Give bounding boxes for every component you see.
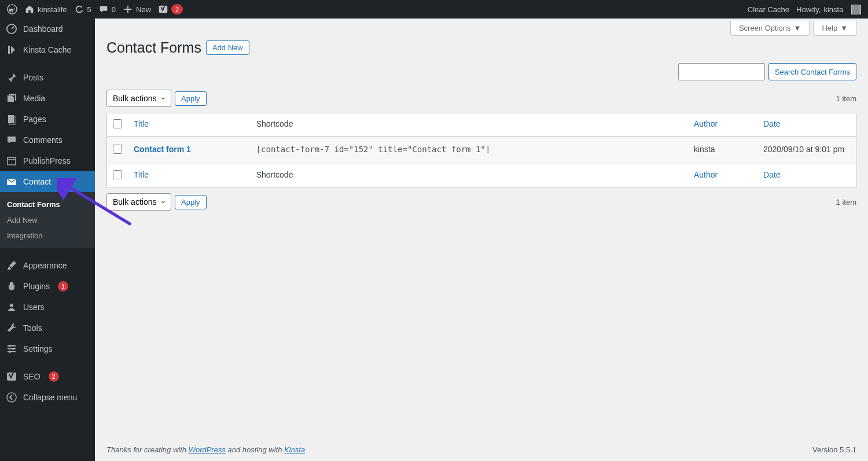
col-title[interactable]: Title [134,119,149,128]
sidebar-item-label: Appearance [23,261,67,270]
sidebar-item-label: Users [23,303,45,312]
sidebar-item-label: Posts [23,73,43,82]
kinsta-link[interactable]: Kinsta [284,445,305,454]
comment-icon [6,134,17,146]
bulk-actions-select-bottom[interactable]: Bulk actions [106,193,171,211]
sidebar-item-posts[interactable]: Posts [0,67,95,88]
sidebar-item-comments[interactable]: Comments [0,130,95,150]
mail-icon [6,176,17,187]
screen-options-tab[interactable]: Screen Options ▼ [730,21,810,36]
submenu-item-integration[interactable]: Integration [0,228,95,244]
row-date: 2020/09/10 at 9:01 pm [757,137,856,164]
yoast-icon [6,371,17,382]
search-input[interactable] [678,63,765,80]
sidebar-item-publishpress[interactable]: PublishPress [0,150,95,171]
col-date[interactable]: Date [763,119,781,128]
sidebar-item-label: Kinsta Cache [23,45,71,54]
sidebar-item-label: PublishPress [23,156,71,165]
dashboard-icon [6,23,17,35]
yoast-link[interactable]: 2 [158,4,183,14]
site-link[interactable]: kinstalife [24,4,67,14]
apply-button-top[interactable]: Apply [175,91,207,106]
table-row: Contact form 1 [contact-form-7 id="152" … [107,137,856,164]
sidebar-item-label: Pages [23,115,46,124]
updates-link[interactable]: 5 [74,4,91,14]
wordpress-link[interactable]: WordPress [189,445,226,454]
row-author: kinsta [688,137,757,164]
sidebar-item-settings[interactable]: Settings [0,338,95,359]
svg-point-14 [7,393,16,402]
row-checkbox[interactable] [113,145,122,154]
select-all-bottom[interactable] [113,170,122,179]
seo-badge: 2 [49,371,59,382]
sidebar-item-seo[interactable]: SEO2 [0,366,95,387]
collapse-icon [6,392,17,403]
wrench-icon [6,322,17,334]
wordpress-icon [7,4,17,14]
bulk-actions-select-top[interactable]: Bulk actions [106,90,171,107]
svg-point-9 [10,304,13,307]
comment-icon [98,4,109,14]
sidebar-item-pages[interactable]: Pages [0,109,95,130]
help-tab[interactable]: Help ▼ [813,21,856,36]
sidebar-item-plugins[interactable]: Plugins1 [0,276,95,297]
sidebar-item-collapse[interactable]: Collapse menu [0,387,95,408]
apply-button-bottom[interactable]: Apply [175,195,207,209]
updates-count: 5 [87,5,91,14]
row-title-link[interactable]: Contact form 1 [134,145,191,154]
col-author-bottom[interactable]: Author [694,170,718,179]
new-content[interactable]: New [123,4,151,14]
svg-rect-7 [8,157,16,165]
caret-down-icon: ▼ [840,24,848,32]
sidebar-item-users[interactable]: Users [0,297,95,318]
submenu-item-add-new[interactable]: Add New [0,212,95,228]
sidebar-item-tools[interactable]: Tools [0,318,95,338]
user-name: kinsta [823,5,843,14]
footer-credits: Thanks for creating with WordPress and h… [106,445,305,454]
admin-toolbar: kinstalife 5 0 New 2 Clear Cache Howdy, … [0,0,868,19]
kinsta-icon [6,44,17,56]
yoast-icon [158,4,168,14]
plus-icon [123,4,133,14]
pin-icon [6,72,17,83]
col-shortcode: Shortcode [251,113,688,137]
sidebar-item-appearance[interactable]: Appearance [0,255,95,276]
sidebar-item-label: Settings [23,344,53,353]
help-label: Help [822,24,837,32]
sidebar-item-label: Dashboard [23,24,63,34]
user-icon [6,301,17,313]
col-author[interactable]: Author [694,119,718,128]
select-all-top[interactable] [113,119,122,128]
wordpress-logo[interactable] [7,4,17,14]
user-menu[interactable]: Howdy, kinsta [796,5,861,14]
plug-icon [6,281,17,292]
sidebar-item-contact[interactable]: Contact [0,171,95,192]
brush-icon [6,260,17,271]
site-name: kinstalife [38,5,67,14]
sliders-icon [6,343,17,355]
main-content: Screen Options ▼ Help ▼ Contact Forms Ad… [95,19,868,461]
plugins-badge: 1 [58,281,68,292]
item-count-top: 1 item [836,94,856,103]
col-title-bottom[interactable]: Title [134,170,149,179]
sidebar-item-dashboard[interactable]: Dashboard [0,19,95,39]
add-new-button[interactable]: Add New [206,40,249,55]
sidebar-item-media[interactable]: Media [0,88,95,109]
page-title: Contact Forms [106,39,201,56]
sidebar-item-label: Plugins [23,282,50,291]
submenu-item-contact-forms[interactable]: Contact Forms [0,197,95,212]
new-label: New [136,5,151,14]
caret-down-icon: ▼ [794,24,801,32]
sidebar-item-kinsta-cache[interactable]: Kinsta Cache [0,39,95,60]
col-date-bottom[interactable]: Date [763,170,781,179]
admin-sidebar: Dashboard Kinsta Cache Posts Media Pages… [0,19,95,461]
comments-link[interactable]: 0 [98,4,116,14]
avatar [851,5,861,14]
search-button[interactable]: Search Contact Forms [768,63,856,80]
screen-options-label: Screen Options [739,24,791,32]
sidebar-item-label: Contact [23,177,51,186]
clear-cache-button[interactable]: Clear Cache [748,5,789,14]
sidebar-submenu-contact: Contact Forms Add New Integration [0,192,95,248]
sidebar-item-label: SEO [23,372,41,381]
pages-icon [6,113,17,125]
